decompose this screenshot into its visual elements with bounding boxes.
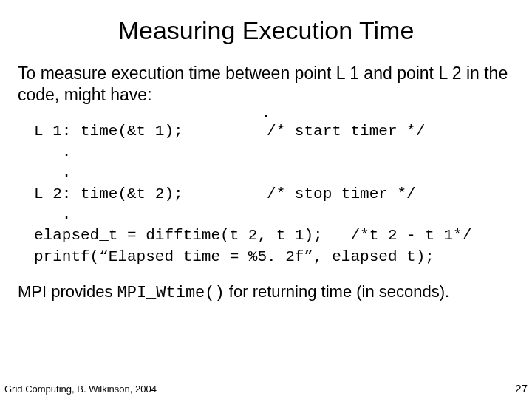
slide: Measuring Execution Time To measure exec… [0,0,532,399]
code-line-printf: printf(“Elapsed time = %5. 2f”, elapsed_… [34,248,434,265]
outro-post: for returning time (in seconds). [225,282,449,301]
outro-pre: MPI provides [18,282,117,301]
code-line-dot3: . [34,206,71,223]
code-line-dot1: . [34,143,71,160]
slide-title: Measuring Execution Time [0,0,532,50]
code-line-l2: L 2: time(&t 2); /* stop timer */ [34,185,416,202]
footer-citation: Grid Computing, B. Wilkinson, 2004 [4,383,157,395]
code-block: L 1: time(&t 1); /* start timer */ . . L… [0,121,532,267]
outro-text: MPI provides MPI_Wtime() for returning t… [0,267,532,302]
intro-text: To measure execution time between point … [0,50,532,106]
page-number: 27 [515,382,528,395]
code-line-l1: L 1: time(&t 1); /* start timer */ [34,123,425,140]
code-line-elapsed: elapsed_t = difftime(t 2, t 1); /*t 2 - … [34,227,471,244]
code-leading-dot: . [0,104,532,121]
code-line-dot2: . [34,164,71,181]
outro-mono: MPI_Wtime() [117,284,225,302]
